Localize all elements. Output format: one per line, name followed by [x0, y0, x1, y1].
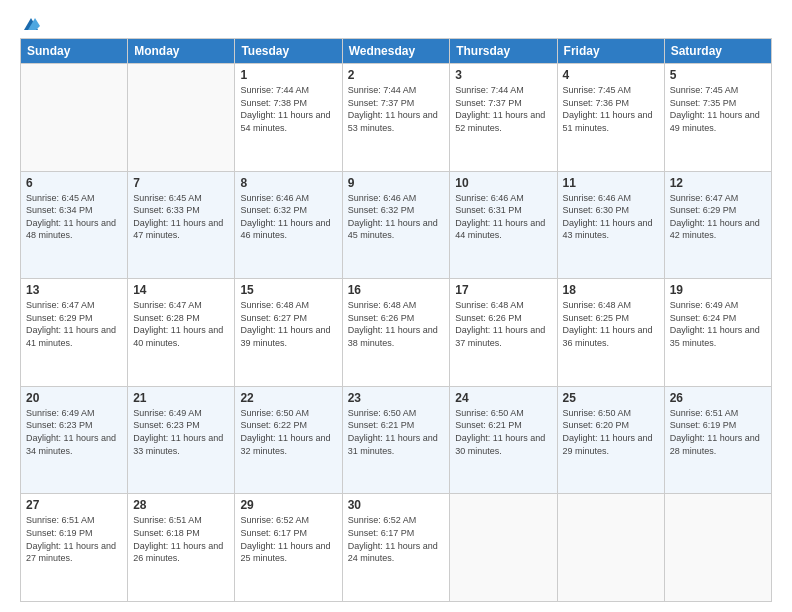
table-row: 15Sunrise: 6:48 AM Sunset: 6:27 PM Dayli… [235, 279, 342, 387]
day-info: Sunrise: 6:48 AM Sunset: 6:26 PM Dayligh… [348, 299, 445, 349]
day-number: 3 [455, 68, 551, 82]
calendar-week-row: 13Sunrise: 6:47 AM Sunset: 6:29 PM Dayli… [21, 279, 772, 387]
col-sunday: Sunday [21, 39, 128, 64]
col-friday: Friday [557, 39, 664, 64]
table-row: 18Sunrise: 6:48 AM Sunset: 6:25 PM Dayli… [557, 279, 664, 387]
table-row: 16Sunrise: 6:48 AM Sunset: 6:26 PM Dayli… [342, 279, 450, 387]
day-number: 6 [26, 176, 122, 190]
day-info: Sunrise: 7:44 AM Sunset: 7:37 PM Dayligh… [455, 84, 551, 134]
table-row [21, 64, 128, 172]
table-row: 26Sunrise: 6:51 AM Sunset: 6:19 PM Dayli… [664, 386, 771, 494]
calendar-week-row: 20Sunrise: 6:49 AM Sunset: 6:23 PM Dayli… [21, 386, 772, 494]
table-row [664, 494, 771, 602]
day-number: 20 [26, 391, 122, 405]
table-row: 30Sunrise: 6:52 AM Sunset: 6:17 PM Dayli… [342, 494, 450, 602]
day-number: 18 [563, 283, 659, 297]
day-info: Sunrise: 6:48 AM Sunset: 6:27 PM Dayligh… [240, 299, 336, 349]
day-info: Sunrise: 7:45 AM Sunset: 7:36 PM Dayligh… [563, 84, 659, 134]
col-monday: Monday [128, 39, 235, 64]
table-row: 7Sunrise: 6:45 AM Sunset: 6:33 PM Daylig… [128, 171, 235, 279]
day-number: 2 [348, 68, 445, 82]
table-row [557, 494, 664, 602]
day-number: 5 [670, 68, 766, 82]
table-row: 3Sunrise: 7:44 AM Sunset: 7:37 PM Daylig… [450, 64, 557, 172]
calendar-week-row: 6Sunrise: 6:45 AM Sunset: 6:34 PM Daylig… [21, 171, 772, 279]
day-info: Sunrise: 7:44 AM Sunset: 7:37 PM Dayligh… [348, 84, 445, 134]
day-number: 23 [348, 391, 445, 405]
day-info: Sunrise: 6:46 AM Sunset: 6:32 PM Dayligh… [240, 192, 336, 242]
table-row: 2Sunrise: 7:44 AM Sunset: 7:37 PM Daylig… [342, 64, 450, 172]
table-row: 9Sunrise: 6:46 AM Sunset: 6:32 PM Daylig… [342, 171, 450, 279]
day-number: 16 [348, 283, 445, 297]
table-row: 14Sunrise: 6:47 AM Sunset: 6:28 PM Dayli… [128, 279, 235, 387]
day-number: 29 [240, 498, 336, 512]
table-row: 19Sunrise: 6:49 AM Sunset: 6:24 PM Dayli… [664, 279, 771, 387]
day-number: 15 [240, 283, 336, 297]
day-number: 22 [240, 391, 336, 405]
day-info: Sunrise: 6:51 AM Sunset: 6:19 PM Dayligh… [670, 407, 766, 457]
day-info: Sunrise: 6:50 AM Sunset: 6:21 PM Dayligh… [348, 407, 445, 457]
day-info: Sunrise: 7:44 AM Sunset: 7:38 PM Dayligh… [240, 84, 336, 134]
col-wednesday: Wednesday [342, 39, 450, 64]
calendar-table: Sunday Monday Tuesday Wednesday Thursday… [20, 38, 772, 602]
day-number: 21 [133, 391, 229, 405]
table-row: 29Sunrise: 6:52 AM Sunset: 6:17 PM Dayli… [235, 494, 342, 602]
day-info: Sunrise: 6:47 AM Sunset: 6:28 PM Dayligh… [133, 299, 229, 349]
table-row: 1Sunrise: 7:44 AM Sunset: 7:38 PM Daylig… [235, 64, 342, 172]
page: Sunday Monday Tuesday Wednesday Thursday… [0, 0, 792, 612]
day-info: Sunrise: 6:51 AM Sunset: 6:19 PM Dayligh… [26, 514, 122, 564]
table-row: 5Sunrise: 7:45 AM Sunset: 7:35 PM Daylig… [664, 64, 771, 172]
table-row: 4Sunrise: 7:45 AM Sunset: 7:36 PM Daylig… [557, 64, 664, 172]
table-row: 11Sunrise: 6:46 AM Sunset: 6:30 PM Dayli… [557, 171, 664, 279]
day-number: 10 [455, 176, 551, 190]
table-row [128, 64, 235, 172]
table-row: 21Sunrise: 6:49 AM Sunset: 6:23 PM Dayli… [128, 386, 235, 494]
day-number: 9 [348, 176, 445, 190]
day-number: 19 [670, 283, 766, 297]
day-info: Sunrise: 6:49 AM Sunset: 6:24 PM Dayligh… [670, 299, 766, 349]
day-info: Sunrise: 6:49 AM Sunset: 6:23 PM Dayligh… [26, 407, 122, 457]
day-info: Sunrise: 6:46 AM Sunset: 6:31 PM Dayligh… [455, 192, 551, 242]
day-info: Sunrise: 6:48 AM Sunset: 6:26 PM Dayligh… [455, 299, 551, 349]
day-number: 1 [240, 68, 336, 82]
day-number: 30 [348, 498, 445, 512]
logo-icon [22, 16, 40, 34]
calendar-week-row: 1Sunrise: 7:44 AM Sunset: 7:38 PM Daylig… [21, 64, 772, 172]
day-info: Sunrise: 6:45 AM Sunset: 6:34 PM Dayligh… [26, 192, 122, 242]
table-row: 27Sunrise: 6:51 AM Sunset: 6:19 PM Dayli… [21, 494, 128, 602]
day-info: Sunrise: 6:46 AM Sunset: 6:32 PM Dayligh… [348, 192, 445, 242]
day-info: Sunrise: 6:48 AM Sunset: 6:25 PM Dayligh… [563, 299, 659, 349]
day-info: Sunrise: 6:46 AM Sunset: 6:30 PM Dayligh… [563, 192, 659, 242]
table-row: 12Sunrise: 6:47 AM Sunset: 6:29 PM Dayli… [664, 171, 771, 279]
day-info: Sunrise: 7:45 AM Sunset: 7:35 PM Dayligh… [670, 84, 766, 134]
table-row: 23Sunrise: 6:50 AM Sunset: 6:21 PM Dayli… [342, 386, 450, 494]
day-number: 25 [563, 391, 659, 405]
header [20, 18, 772, 28]
table-row: 22Sunrise: 6:50 AM Sunset: 6:22 PM Dayli… [235, 386, 342, 494]
day-info: Sunrise: 6:49 AM Sunset: 6:23 PM Dayligh… [133, 407, 229, 457]
day-number: 14 [133, 283, 229, 297]
day-number: 27 [26, 498, 122, 512]
day-info: Sunrise: 6:47 AM Sunset: 6:29 PM Dayligh… [26, 299, 122, 349]
day-number: 7 [133, 176, 229, 190]
table-row [450, 494, 557, 602]
day-number: 4 [563, 68, 659, 82]
day-info: Sunrise: 6:50 AM Sunset: 6:20 PM Dayligh… [563, 407, 659, 457]
table-row: 28Sunrise: 6:51 AM Sunset: 6:18 PM Dayli… [128, 494, 235, 602]
day-number: 17 [455, 283, 551, 297]
day-info: Sunrise: 6:50 AM Sunset: 6:22 PM Dayligh… [240, 407, 336, 457]
calendar-header-row: Sunday Monday Tuesday Wednesday Thursday… [21, 39, 772, 64]
calendar-week-row: 27Sunrise: 6:51 AM Sunset: 6:19 PM Dayli… [21, 494, 772, 602]
day-number: 26 [670, 391, 766, 405]
logo [20, 18, 40, 28]
day-info: Sunrise: 6:45 AM Sunset: 6:33 PM Dayligh… [133, 192, 229, 242]
day-info: Sunrise: 6:52 AM Sunset: 6:17 PM Dayligh… [348, 514, 445, 564]
table-row: 25Sunrise: 6:50 AM Sunset: 6:20 PM Dayli… [557, 386, 664, 494]
day-number: 13 [26, 283, 122, 297]
day-number: 8 [240, 176, 336, 190]
table-row: 20Sunrise: 6:49 AM Sunset: 6:23 PM Dayli… [21, 386, 128, 494]
day-info: Sunrise: 6:50 AM Sunset: 6:21 PM Dayligh… [455, 407, 551, 457]
day-number: 12 [670, 176, 766, 190]
day-number: 24 [455, 391, 551, 405]
table-row: 17Sunrise: 6:48 AM Sunset: 6:26 PM Dayli… [450, 279, 557, 387]
